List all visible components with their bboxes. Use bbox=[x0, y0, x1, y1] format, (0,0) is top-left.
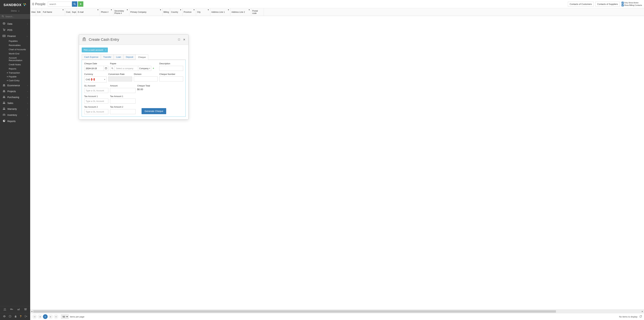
lock-icon[interactable] bbox=[14, 315, 17, 318]
filter-icon[interactable]: ▼ bbox=[248, 9, 250, 11]
currency-select[interactable]: CAD bbox=[84, 76, 107, 82]
filter-icon[interactable]: ▼ bbox=[208, 9, 209, 11]
horizontal-scrollbar[interactable]: ◀ ▶ bbox=[30, 309, 644, 313]
items-per-page-select[interactable]: 50 bbox=[61, 314, 68, 319]
tax-account-1-input[interactable] bbox=[84, 99, 108, 104]
scroll-track[interactable] bbox=[33, 310, 641, 312]
filter-icon[interactable]: ▼ bbox=[160, 9, 161, 11]
col-addr2[interactable]: Address Line 2▼ bbox=[230, 8, 251, 16]
nav-ecommerce[interactable]: Ecommerce › bbox=[0, 82, 30, 88]
clock-icon[interactable] bbox=[9, 315, 12, 318]
filter-icon[interactable]: ▼ bbox=[180, 9, 182, 11]
last-page-button[interactable]: ⏭ bbox=[54, 314, 58, 319]
cheque-number-input[interactable] bbox=[159, 76, 183, 81]
contacts-customers-button[interactable]: Contacts of Customers bbox=[568, 2, 594, 7]
col-country[interactable]: Country▼ bbox=[170, 8, 183, 16]
col-email[interactable]: E-mail▼ bbox=[77, 8, 100, 16]
scroll-right-icon[interactable]: ▶ bbox=[641, 310, 644, 312]
tenant-selector[interactable]: Demo ▾ bbox=[0, 8, 30, 14]
filter-icon[interactable]: ▼ bbox=[62, 9, 64, 11]
logout-icon[interactable] bbox=[25, 315, 27, 318]
nav-reports[interactable]: Reports bbox=[0, 118, 30, 124]
description-input[interactable] bbox=[159, 66, 183, 71]
industry-icon[interactable] bbox=[17, 308, 20, 311]
payee-type-select[interactable]: Company bbox=[138, 66, 151, 71]
sub-transaction[interactable]: +Transaction bbox=[0, 71, 30, 75]
nav-finance[interactable]: Finance ⌄ bbox=[0, 33, 30, 39]
sidebar-search-input[interactable] bbox=[5, 15, 28, 18]
help-icon[interactable]: ? bbox=[20, 315, 22, 318]
filter-icon[interactable]: ▼ bbox=[126, 9, 128, 11]
tax-amount-2-input[interactable] bbox=[110, 109, 136, 114]
sub-receivables[interactable]: Receivables bbox=[0, 43, 30, 47]
nav-warranty[interactable]: Warranty › bbox=[0, 106, 30, 112]
refresh-icon[interactable] bbox=[640, 315, 642, 318]
scroll-thumb[interactable] bbox=[33, 310, 556, 312]
search-input[interactable] bbox=[48, 2, 71, 7]
nav-pos[interactable]: POS bbox=[0, 27, 30, 33]
calendar-icon[interactable] bbox=[104, 66, 108, 71]
nav-data[interactable]: Data › bbox=[0, 21, 30, 27]
next-page-button[interactable]: ▶ bbox=[48, 314, 53, 319]
tab-deposit[interactable]: Deposit bbox=[123, 54, 136, 60]
generate-cheque-button[interactable]: Generate Cheque bbox=[142, 108, 166, 114]
show-billing-checkbox[interactable]: Show Billing Contacts bbox=[622, 4, 642, 6]
col-full-name[interactable]: Full Name▼ bbox=[42, 8, 65, 16]
col-city[interactable]: City▼ bbox=[196, 8, 210, 16]
col-view[interactable]: View bbox=[30, 8, 36, 16]
payee-search-icon[interactable] bbox=[110, 66, 115, 71]
users-icon[interactable] bbox=[3, 308, 6, 311]
nav-purchasing[interactable]: Purchasing › bbox=[0, 94, 30, 100]
col-supl[interactable]: Supl. bbox=[71, 8, 77, 16]
col-cust[interactable]: Cust. bbox=[65, 8, 71, 16]
col-phone2[interactable]: Secondary Phone #▼ bbox=[113, 8, 129, 16]
tab-cheque[interactable]: Cheque bbox=[136, 55, 148, 60]
add-button[interactable] bbox=[78, 1, 83, 7]
filter-icon[interactable]: ▼ bbox=[97, 9, 99, 11]
tax-account-2-input[interactable] bbox=[84, 109, 108, 114]
archive-icon[interactable] bbox=[24, 308, 27, 311]
gl-account-input[interactable] bbox=[84, 88, 108, 93]
add-payee-icon[interactable]: + bbox=[152, 67, 154, 70]
filter-icon[interactable]: ▼ bbox=[110, 9, 112, 11]
sub-reconciliation[interactable]: Account Reconciliation bbox=[0, 56, 30, 63]
search-button[interactable] bbox=[72, 1, 77, 7]
nav-projects[interactable]: Projects › bbox=[0, 88, 30, 94]
current-page[interactable]: 0 bbox=[43, 314, 48, 319]
sub-month-end[interactable]: Month End bbox=[0, 52, 30, 56]
pick-cash-account-button[interactable]: Pick a cash account bbox=[82, 48, 108, 52]
col-postal[interactable]: Postal code bbox=[251, 8, 264, 16]
payee-input[interactable] bbox=[115, 66, 138, 71]
cheque-date-input[interactable] bbox=[84, 66, 104, 71]
filter-icon[interactable]: ▼ bbox=[228, 9, 229, 11]
sub-payables[interactable]: Payables bbox=[0, 39, 30, 43]
sidebar-search[interactable] bbox=[0, 14, 30, 19]
first-page-button[interactable]: ⏮ bbox=[32, 314, 37, 319]
tab-loan[interactable]: Loan bbox=[114, 54, 124, 60]
sub-credit-notes[interactable]: Credit Notes bbox=[0, 63, 30, 67]
prev-page-button[interactable]: ◀ bbox=[38, 314, 42, 319]
amount-input[interactable] bbox=[110, 88, 136, 93]
close-icon[interactable] bbox=[183, 38, 185, 41]
sub-coa[interactable]: Chart of Accounts bbox=[0, 47, 30, 52]
tab-cash-expense[interactable]: Cash Expense bbox=[82, 54, 101, 60]
col-province[interactable]: Province▼ bbox=[183, 8, 196, 16]
maximize-icon[interactable] bbox=[178, 38, 180, 41]
tax-amount-1-input[interactable] bbox=[110, 99, 136, 104]
tab-transfer[interactable]: Transfer bbox=[101, 54, 114, 60]
col-edit[interactable]: Edit bbox=[36, 8, 42, 16]
only-active-checkbox[interactable]: Only Show Active bbox=[622, 2, 642, 4]
nav-inventory[interactable]: Inventory › bbox=[0, 112, 30, 118]
sub-payable[interactable]: +Payable bbox=[0, 75, 30, 79]
truck-icon[interactable] bbox=[10, 308, 14, 311]
sub-reports[interactable]: Reports bbox=[0, 67, 30, 71]
nav-sales[interactable]: Sales › bbox=[0, 100, 30, 106]
col-billing[interactable]: Billing bbox=[162, 8, 170, 16]
gear-icon[interactable] bbox=[3, 315, 6, 318]
col-addr1[interactable]: Address Line 1▼ bbox=[210, 8, 230, 16]
filter-icon[interactable]: ▼ bbox=[193, 9, 195, 11]
contacts-suppliers-button[interactable]: Contacts of Suppliers bbox=[595, 2, 620, 7]
sub-cash-entry[interactable]: +Cash Entry bbox=[0, 79, 30, 82]
col-primary-company[interactable]: Primary Company▼ bbox=[129, 8, 162, 16]
scroll-left-icon[interactable]: ◀ bbox=[30, 310, 33, 312]
